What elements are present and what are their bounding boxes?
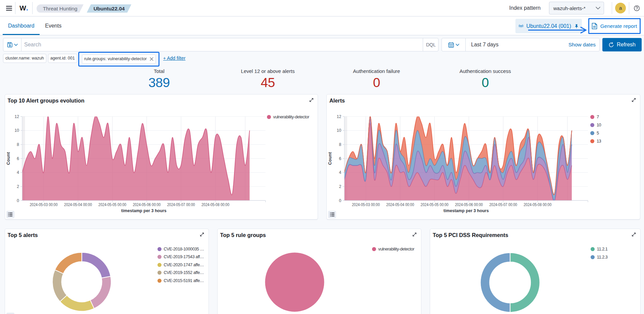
- legend-item[interactable]: 7: [590, 115, 601, 119]
- search-input[interactable]: [21, 42, 423, 48]
- legend-toggle-button[interactable]: [6, 313, 14, 314]
- legend-toggle-button[interactable]: [6, 211, 14, 218]
- stat-label: Authentication failure: [322, 68, 431, 74]
- stat-label: Total: [105, 68, 214, 74]
- index-pattern-value: wazuh-alerts-*: [553, 5, 596, 11]
- stat-value[interactable]: 0: [431, 75, 540, 90]
- filter-chip-cluster[interactable]: cluster.name: wazuh: [3, 54, 46, 63]
- legend-dot: [372, 247, 376, 251]
- header-divider: [612, 2, 612, 14]
- top-header: W. Threat Hunting Ubuntu22.04 Index patt…: [0, 0, 644, 16]
- svg-text:12: 12: [337, 114, 341, 119]
- stat-value[interactable]: 0: [322, 75, 431, 90]
- legend-item[interactable]: 13: [590, 139, 601, 144]
- chevron-down-icon: [14, 44, 18, 46]
- legend-label: CVE-2019-1552 affe…: [164, 271, 204, 275]
- svg-text:8: 8: [17, 142, 19, 147]
- svg-text:2024-05-08 00:00: 2024-05-08 00:00: [201, 202, 229, 207]
- tab-events[interactable]: Events: [40, 16, 67, 35]
- svg-text:0: 0: [339, 198, 341, 203]
- hamburger-icon: [6, 6, 12, 11]
- stat-auth-failure: Authentication failure 0: [322, 68, 431, 90]
- help-button[interactable]: [629, 0, 644, 16]
- wazuh-logo[interactable]: W.: [15, 4, 32, 12]
- show-dates-button[interactable]: Show dates: [568, 42, 599, 48]
- legend-toggle-button[interactable]: [328, 211, 336, 218]
- header-divider: [32, 2, 33, 14]
- close-icon[interactable]: [150, 57, 153, 61]
- legend-item[interactable]: CVE-2019-1552 affe…: [157, 271, 204, 275]
- chart-legend: CVE-2018-1000035 …CVE-2019-17543 aff…CVE…: [157, 247, 204, 287]
- legend-dot: [157, 279, 162, 283]
- legend-dot: [590, 131, 594, 135]
- stat-label: Authentication success: [431, 68, 540, 74]
- legend-dot: [591, 255, 595, 259]
- top5-pci-donut-chart: [430, 229, 640, 314]
- calendar-icon: [448, 42, 454, 48]
- panel-alert-groups-evolution: Top 10 Alert groups evolution 0246810122…: [5, 94, 318, 220]
- chevron-down-icon: [456, 44, 459, 46]
- svg-text:2024-05-07 00:00: 2024-05-07 00:00: [489, 202, 517, 207]
- legend-item[interactable]: vulnerability-detector: [372, 247, 414, 251]
- svg-text:2024-05-04 00:00: 2024-05-04 00:00: [386, 202, 414, 207]
- generate-report-button[interactable]: Generate report: [588, 18, 641, 34]
- panel-top5-pci-dss: Top 5 PCI DSS Requirements 11.2.111.2.3: [430, 229, 641, 314]
- query-language-button[interactable]: DQL: [423, 38, 438, 51]
- legend-label: 13: [597, 139, 601, 144]
- annotation-box-filter: rule.groups: vulnerability-detector: [78, 52, 159, 67]
- svg-text:2024-05-04 00:00: 2024-05-04 00:00: [64, 202, 92, 207]
- alert-groups-evolution-chart: 0246810122024-05-03 00:002024-05-04 00:0…: [5, 94, 318, 219]
- filter-chip-rule-groups[interactable]: rule.groups: vulnerability-detector: [82, 54, 156, 64]
- stats-row: Total 389 Level 12 or above alerts 45 Au…: [0, 68, 644, 90]
- svg-text:6: 6: [17, 156, 19, 161]
- legend-item[interactable]: 10: [590, 123, 601, 127]
- pin-icon[interactable]: [574, 24, 579, 29]
- time-range-value[interactable]: Last 7 days: [466, 42, 568, 48]
- chart-legend: 710513: [590, 115, 601, 147]
- index-pattern-label: Index pattern: [509, 5, 541, 11]
- avatar[interactable]: a: [615, 3, 626, 13]
- quick-select-date-button[interactable]: [442, 38, 466, 51]
- legend-item[interactable]: 5: [590, 131, 601, 135]
- top5-rule-groups-pie-chart: [218, 229, 421, 314]
- breadcrumb-threat-hunting[interactable]: Threat Hunting: [37, 4, 84, 13]
- legend-item[interactable]: CVE-2019-17543 aff…: [157, 255, 204, 259]
- legend-dot: [157, 263, 162, 267]
- add-filter-button[interactable]: + Add filter: [163, 55, 186, 61]
- legend-item[interactable]: CVE-2018-1000035 …: [157, 247, 204, 251]
- broadcast-icon: [519, 23, 523, 29]
- stat-value[interactable]: 45: [214, 75, 322, 90]
- subheader: Dashboard Events Ubuntu22.04 (001) Gener…: [0, 16, 644, 35]
- index-pattern-select[interactable]: wazuh-alerts-*: [549, 2, 604, 14]
- menu-button[interactable]: [3, 0, 15, 16]
- legend-label: 11.2.3: [597, 255, 608, 260]
- refresh-label: Refresh: [617, 42, 636, 48]
- stat-auth-success: Authentication success 0: [431, 68, 540, 90]
- svg-text:Count: Count: [6, 152, 11, 165]
- breadcrumb-agent[interactable]: Ubuntu22.04: [87, 4, 131, 13]
- tab-dashboard[interactable]: Dashboard: [3, 16, 40, 35]
- agent-pill[interactable]: Ubuntu22.04 (001): [515, 19, 582, 33]
- svg-text:2024-05-08 00:00: 2024-05-08 00:00: [524, 202, 552, 207]
- legend-item[interactable]: 11.2.1: [591, 247, 608, 251]
- report-document-icon: [592, 23, 597, 29]
- agent-pill-label: Ubuntu22.04 (001): [526, 23, 571, 29]
- legend-item[interactable]: CVE-2015-5191 affe…: [157, 279, 204, 283]
- search-bar: DQL: [3, 38, 439, 51]
- legend-item[interactable]: 11.2.3: [591, 255, 608, 260]
- legend-item[interactable]: vulnerability-detector: [267, 115, 309, 119]
- legend-label: CVE-2018-1000035 …: [164, 247, 204, 251]
- legend-dot: [157, 255, 162, 259]
- save-query-button[interactable]: [3, 38, 21, 51]
- svg-text:2024-05-05 00:00: 2024-05-05 00:00: [421, 202, 449, 207]
- legend-dot: [590, 139, 594, 143]
- legend-label: 10: [597, 123, 601, 127]
- legend-label: 5: [597, 131, 599, 135]
- filter-chip-agent[interactable]: agent.id: 001: [48, 54, 77, 63]
- refresh-button[interactable]: Refresh: [602, 38, 642, 51]
- svg-text:2024-05-06 00:00: 2024-05-06 00:00: [133, 202, 160, 207]
- stat-value[interactable]: 389: [105, 75, 214, 90]
- legend-label: 7: [597, 115, 599, 119]
- legend-dot: [157, 271, 162, 275]
- legend-item[interactable]: CVE-2020-1747 affe…: [157, 263, 204, 267]
